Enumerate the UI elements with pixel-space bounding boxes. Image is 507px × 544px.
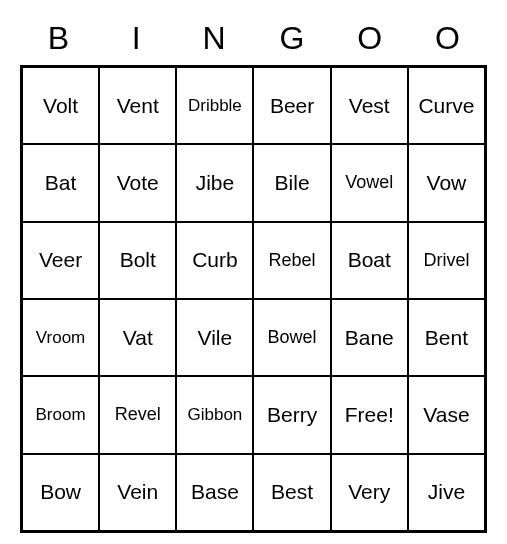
bingo-cell[interactable]: Vroom — [22, 299, 99, 376]
bingo-cell[interactable]: Bow — [22, 454, 99, 531]
bingo-cell[interactable]: Jibe — [176, 144, 253, 221]
bingo-cell[interactable]: Bent — [408, 299, 485, 376]
bingo-cell[interactable]: Gibbon — [176, 376, 253, 453]
bingo-card: B I N G O O Volt Vent Dribble Beer Vest … — [20, 20, 487, 533]
bingo-cell[interactable]: Rebel — [253, 222, 330, 299]
header-letter: I — [98, 20, 176, 57]
bingo-cell[interactable]: Bat — [22, 144, 99, 221]
bingo-cell[interactable]: Boat — [331, 222, 408, 299]
bingo-cell[interactable]: Curve — [408, 67, 485, 144]
bingo-cell[interactable]: Bowel — [253, 299, 330, 376]
bingo-cell[interactable]: Vowel — [331, 144, 408, 221]
bingo-cell[interactable]: Vile — [176, 299, 253, 376]
bingo-cell[interactable]: Best — [253, 454, 330, 531]
bingo-cell[interactable]: Veer — [22, 222, 99, 299]
bingo-cell[interactable]: Free! — [331, 376, 408, 453]
bingo-cell[interactable]: Berry — [253, 376, 330, 453]
bingo-cell[interactable]: Vote — [99, 144, 176, 221]
bingo-cell[interactable]: Beer — [253, 67, 330, 144]
bingo-cell[interactable]: Volt — [22, 67, 99, 144]
bingo-cell[interactable]: Dribble — [176, 67, 253, 144]
header-letter: B — [20, 20, 98, 57]
bingo-cell[interactable]: Broom — [22, 376, 99, 453]
bingo-cell[interactable]: Bolt — [99, 222, 176, 299]
header-letter: N — [176, 20, 254, 57]
bingo-grid: Volt Vent Dribble Beer Vest Curve Bat Vo… — [20, 65, 487, 533]
bingo-cell[interactable]: Very — [331, 454, 408, 531]
bingo-cell[interactable]: Vest — [331, 67, 408, 144]
header-letter: G — [253, 20, 331, 57]
header-letter: O — [409, 20, 487, 57]
bingo-header-row: B I N G O O — [20, 20, 487, 57]
bingo-cell[interactable]: Jive — [408, 454, 485, 531]
bingo-cell[interactable]: Revel — [99, 376, 176, 453]
header-letter: O — [331, 20, 409, 57]
bingo-cell[interactable]: Bile — [253, 144, 330, 221]
bingo-cell[interactable]: Vow — [408, 144, 485, 221]
bingo-cell[interactable]: Vein — [99, 454, 176, 531]
bingo-cell[interactable]: Curb — [176, 222, 253, 299]
bingo-cell[interactable]: Base — [176, 454, 253, 531]
bingo-cell[interactable]: Bane — [331, 299, 408, 376]
bingo-cell[interactable]: Vent — [99, 67, 176, 144]
bingo-cell[interactable]: Vase — [408, 376, 485, 453]
bingo-cell[interactable]: Vat — [99, 299, 176, 376]
bingo-cell[interactable]: Drivel — [408, 222, 485, 299]
